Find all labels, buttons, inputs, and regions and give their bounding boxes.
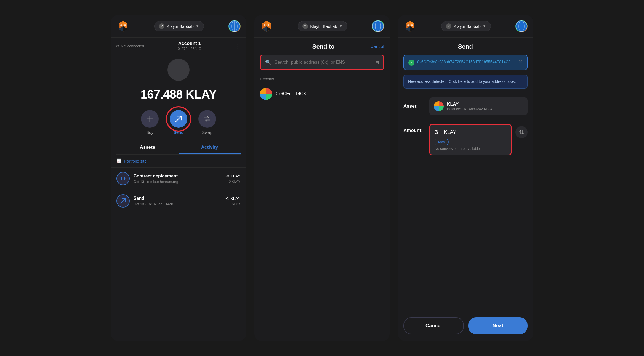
tx-info-1: Send Oct 13 · To: 0x6ce...14c8: [134, 196, 222, 206]
account-center: Account 1 0x372...35fa ⧉: [178, 41, 201, 51]
account-name: Account 1: [178, 41, 201, 46]
address-search-box[interactable]: 🔍 ⊞: [260, 55, 384, 70]
screen1-header: ? Klaytn Baobab ▼: [111, 15, 246, 38]
chevron-down-icon-screen3: ▼: [483, 24, 486, 28]
tx-sub-1: Oct 13 · To: 0x6ce...14c8: [134, 202, 222, 206]
transaction-item-0[interactable]: Contract deployment Oct 13 · remix.ether…: [111, 168, 246, 190]
tx-amounts-0: -0 KLAY -0 KLAY: [225, 174, 241, 184]
conversion-rate-text: No conversion rate available: [435, 147, 506, 151]
network-name-screen2: Klaytn Baobab: [310, 24, 337, 29]
network-help-icon: ?: [159, 23, 164, 29]
tx-title-1: Send: [134, 196, 222, 201]
asset-balance: Balance: 167.4880242 KLAY: [447, 107, 523, 111]
address-valid-checkmark: ✓: [408, 60, 414, 66]
send-icon: [170, 110, 187, 128]
network-help-icon-3: ?: [446, 23, 451, 29]
swap-icon: [198, 110, 216, 128]
cancel-button-screen2[interactable]: Cancel: [370, 44, 384, 49]
new-address-banner[interactable]: New address detected! Click here to add …: [403, 75, 528, 89]
balance-display: 167.488 KLAY: [111, 87, 246, 101]
metamask-fox-logo-3: [403, 20, 417, 33]
tx-amounts-1: -1 KLAY -1 KLAY: [225, 196, 241, 206]
search-icon: 🔍: [265, 59, 271, 65]
more-options-button[interactable]: ⋮: [235, 43, 241, 49]
screen2-header: ? Klaytn Baobab ▼: [254, 15, 390, 38]
svg-point-35: [411, 24, 413, 26]
contract-deployment-icon: [116, 172, 130, 185]
portfolio-link[interactable]: 📈 Portfolio site: [111, 155, 246, 168]
metamask-fox-logo: [116, 20, 130, 33]
tx-title-0: Contract deployment: [134, 174, 222, 179]
svg-point-8: [124, 24, 126, 26]
asset-label: Asset:: [403, 103, 425, 109]
max-button[interactable]: Max: [435, 139, 449, 145]
tab-assets[interactable]: Assets: [116, 141, 179, 154]
buy-label: Buy: [146, 130, 153, 135]
asset-info: KLAY Balance: 167.4880242 KLAY: [447, 102, 523, 111]
clear-address-button[interactable]: ✕: [518, 59, 523, 65]
account-address: 0x372...35fa ⧉: [178, 46, 201, 51]
tx-sub-0: Oct 13 · remix.ethereum.org: [134, 180, 222, 184]
klay-multicolor-icon: [260, 88, 272, 100]
tab-activity[interactable]: Activity: [179, 141, 241, 154]
tx-info-0: Contract deployment Oct 13 · remix.ether…: [134, 174, 222, 184]
amount-value[interactable]: 3: [435, 129, 438, 136]
recent-address-text-0: 0x6CEe...14C8: [276, 91, 306, 96]
globe-svg-screen3: [515, 20, 528, 32]
recent-address-item-0[interactable]: 0x6CEe...14C8: [254, 83, 390, 104]
globe-svg-screen2: [372, 20, 384, 32]
network-selector-screen1[interactable]: ? Klaytn Baobab ▼: [154, 21, 204, 31]
amount-currency: KLAY: [444, 129, 456, 135]
globe-icon-screen2[interactable]: [372, 20, 384, 32]
swap-label: Swap: [202, 130, 212, 135]
transaction-item-1[interactable]: Send Oct 13 · To: 0x6ce...14c8 -1 KLAY -…: [111, 190, 246, 212]
network-help-icon-2: ?: [302, 23, 308, 29]
asset-selection-row: Asset: KLAY Balance: 167.4880242 KLAY: [398, 93, 533, 119]
globe-icon-screen1[interactable]: [228, 20, 241, 32]
buy-action-button[interactable]: Buy: [141, 110, 159, 135]
asset-selector-button[interactable]: KLAY Balance: 167.4880242 KLAY: [429, 97, 528, 115]
metamask-fox-logo-2: [260, 20, 273, 33]
new-address-text: New address detected! Click here to add …: [408, 79, 516, 84]
swap-currency-button[interactable]: [515, 126, 528, 138]
send-to-title: Send to: [276, 43, 370, 50]
address-search-input[interactable]: [275, 60, 372, 65]
screen2-send-to: ? Klaytn Baobab ▼ Send to Cancel 🔍: [254, 15, 390, 341]
amount-input-row: 3 | KLAY: [435, 129, 506, 136]
next-button[interactable]: Next: [468, 317, 528, 334]
svg-point-34: [407, 24, 409, 26]
spacer: [398, 160, 533, 311]
globe-icon-screen3[interactable]: [515, 20, 528, 32]
recipient-address-box: ✓ 0x6CEe3d8c038ab74E2854C158d7B1b55544E8…: [403, 55, 528, 70]
network-name-screen3: Klaytn Baobab: [454, 24, 481, 29]
amount-input-area: 3 | KLAY Max No conversion rate availabl…: [429, 124, 512, 155]
svg-point-21: [264, 24, 265, 26]
footer-action-buttons: Cancel Next: [398, 311, 533, 341]
not-connected-dot: [116, 45, 119, 47]
send-to-title-row: Send to Cancel: [254, 38, 390, 55]
send-action-button[interactable]: Send: [170, 110, 187, 135]
screen3-send: ? Klaytn Baobab ▼ Send ✓ 0x6CEe3d8c038ab…: [398, 15, 533, 341]
copy-icon[interactable]: ⧉: [199, 46, 201, 51]
network-selector-screen2[interactable]: ? Klaytn Baobab ▼: [298, 21, 347, 31]
cancel-send-button[interactable]: Cancel: [403, 317, 464, 334]
qr-code-icon[interactable]: ⊞: [375, 60, 379, 65]
account-avatar: [167, 59, 190, 81]
action-buttons-group: Buy Send Swap: [111, 110, 246, 135]
chevron-down-icon-screen1: ▼: [196, 24, 199, 28]
screen1-wallet: ? Klaytn Baobab ▼ Not connected: [111, 15, 246, 341]
recipient-address-text: 0x6CEe3d8c038ab74E2854C158d7B1b55544E814…: [417, 59, 516, 65]
portfolio-icon: 📈: [116, 158, 122, 163]
send-tx-icon: [116, 194, 130, 208]
connection-status: Not connected: [116, 44, 144, 48]
network-selector-screen3[interactable]: ? Klaytn Baobab ▼: [441, 21, 491, 31]
buy-icon: [141, 110, 159, 128]
send-title: Send: [458, 43, 473, 50]
svg-point-22: [268, 24, 269, 26]
send-title-row: Send: [398, 38, 533, 55]
swap-action-button[interactable]: Swap: [198, 110, 216, 135]
screen3-header: ? Klaytn Baobab ▼: [398, 15, 533, 38]
globe-svg-screen1: [228, 20, 241, 32]
recents-label: Recents: [254, 75, 390, 83]
asset-activity-tabs: Assets Activity: [116, 141, 241, 155]
